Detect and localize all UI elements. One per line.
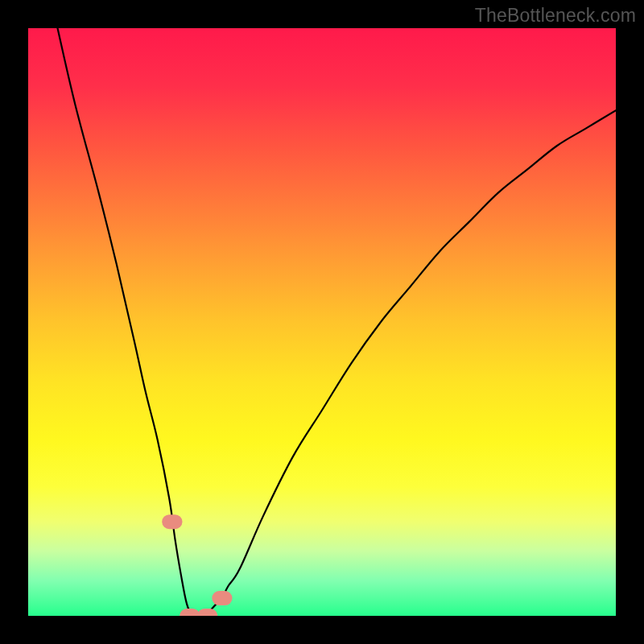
- chart-frame: TheBottleneck.com: [0, 0, 644, 644]
- marker-trough-right: [197, 609, 217, 616]
- svg-rect-1: [212, 591, 232, 605]
- plot-area: [28, 28, 616, 616]
- curve-layer: [28, 28, 616, 616]
- svg-rect-2: [180, 609, 200, 616]
- marker-trough-left: [180, 609, 200, 616]
- svg-rect-3: [197, 609, 217, 616]
- marker-group: [162, 514, 232, 616]
- bottleneck-curve: [58, 28, 617, 616]
- watermark-text: TheBottleneck.com: [475, 5, 636, 27]
- marker-right-shoulder: [212, 591, 232, 605]
- svg-rect-0: [162, 514, 182, 529]
- marker-left-shoulder: [162, 514, 182, 529]
